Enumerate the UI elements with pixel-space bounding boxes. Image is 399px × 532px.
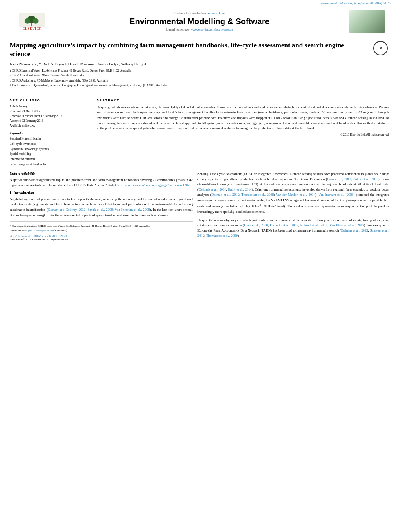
revised-date: Received in revised form 12 February 201…	[10, 114, 86, 119]
journal-cover-image	[349, 10, 385, 33]
history-title: Article history:	[10, 105, 86, 108]
ref-vanittersum[interactable]: Van Ittersum et al., 2008	[115, 207, 150, 212]
right-para1: Sensing, Life Cycle Assessment (LCA), or…	[197, 171, 389, 214]
header-box: ELSEVIER Contents lists available at Sci…	[6, 8, 393, 35]
email-note: E-mail address: javi.navarro@csiro.au (J…	[10, 228, 193, 233]
keyword-1: Sustainable intensification	[10, 136, 86, 142]
affiliations: a CSIRO Land and Water, EcoSciences Prec…	[10, 68, 389, 88]
ref-ciais2010[interactable]: Ciais et al., 2010	[327, 177, 351, 181]
corresponding-author-note: * Corresponding author. CSIRO Land and W…	[10, 224, 193, 228]
csiro-portal-link[interactable]: https://data.csiro.au/dap/landingpage?pi…	[117, 183, 191, 187]
data-availability-text: A spatial database of agricultural input…	[10, 177, 193, 188]
svg-point-4	[33, 18, 39, 23]
keyword-2: Life-cycle inventories	[10, 142, 86, 147]
ref-eady2014[interactable]: Eady et al., 2014	[228, 187, 252, 191]
keyword-4: Spatial modelling	[10, 152, 86, 157]
ref-dolman2012b[interactable]: Dolman et al., 2012	[341, 228, 368, 232]
journal-homepage-link[interactable]: www.elsevier.com/locate/envsoft	[191, 28, 233, 31]
doi-line: http://dx.doi.org/10.1016/j.envsoft.2016…	[10, 234, 193, 238]
copyright: © 2016 Elsevier Ltd. All rights reserved…	[97, 133, 389, 136]
abstract-text: Despite great advancements in recent yea…	[97, 105, 389, 131]
right-para2: Despite the noteworthy ways in which pas…	[197, 218, 389, 239]
affiliation-a: a CSIRO Land and Water, EcoSciences Prec…	[10, 68, 389, 73]
footnotes: * Corresponding author. CSIRO Land and W…	[10, 221, 193, 241]
contents-line: Contents lists available at ScienceDirec…	[54, 12, 345, 15]
accepted-date: Accepted 12 February 2016	[10, 119, 86, 123]
issn-line: 1364-8152/© 2016 Elsevier Ltd. All right…	[10, 238, 193, 241]
journal-homepage: journal homepage: www.elsevier.com/locat…	[54, 28, 345, 31]
intro-para1: As global agricultural production strive…	[10, 197, 193, 218]
keywords-block: Keywords: Sustainable intensification Li…	[10, 131, 86, 167]
affiliation-c: c CSIRO Agriculture, FD McMaster Laborat…	[10, 78, 389, 83]
ref-ciais2010b[interactable]: Ciais et al., 2010	[244, 223, 268, 227]
crossmark-circle: ✕	[373, 41, 388, 55]
journal-bar: Environmental Modelling & Software 80 (2…	[0, 0, 399, 6]
ref-vandermeulen[interactable]: Van der Meulen et al., 2014	[276, 193, 315, 197]
header-right	[345, 10, 389, 33]
ref-potter2010[interactable]: Potter et al., 2010	[353, 177, 378, 181]
abstract-label: ABSTRACT	[97, 99, 389, 102]
ref-ridoutt[interactable]: Ridoutt et al., 2014	[300, 223, 327, 227]
elsevier-logo: ELSEVIER	[18, 13, 46, 31]
ref-garnett[interactable]: Garnett and Godfray, 2012	[48, 207, 85, 212]
ref-thomassen2009b[interactable]: Thomassen et al., 2009	[206, 234, 238, 238]
ref-colomb2014[interactable]: Colomb et al., 2014	[199, 187, 226, 191]
ref-vanittersum2008[interactable]: Van Ittersum et al. (2008)	[318, 193, 354, 197]
authors: Javier Navarro a, d, *, Brett A. Bryan b…	[10, 62, 389, 66]
affiliation-d: d The University of Queensland, School o…	[10, 83, 389, 88]
affiliation-b: b CSIRO Land and Water, Waite Campus, SA…	[10, 73, 389, 78]
header-center: Contents lists available at ScienceDirec…	[54, 12, 345, 31]
page: Environmental Modelling & Software 80 (2…	[0, 0, 399, 532]
header-left: ELSEVIER	[10, 13, 54, 31]
article-info-label: ARTICLE INFO	[10, 99, 86, 102]
ref-folberth[interactable]: Folberth et al., 2012	[270, 223, 298, 227]
body-section: Data availability A spatial database of …	[0, 167, 399, 242]
article-title: Mapping agriculture's impact by combinin…	[10, 41, 389, 59]
svg-point-3	[25, 18, 31, 23]
ref-dolman2012[interactable]: Dolman et al., 2012	[212, 193, 239, 197]
keywords-title: Keywords:	[10, 131, 86, 135]
ref-thomassen2009[interactable]: Thomassen et al., 2009	[241, 193, 274, 197]
keyword-5: Information retrieval	[10, 157, 86, 162]
keyword-6: Farm management handbooks	[10, 162, 86, 167]
journal-citation: Environmental Modelling & Software 80 (2…	[320, 2, 391, 5]
abstract-column: ABSTRACT Despite great advancements in r…	[95, 99, 389, 167]
ref-smith[interactable]: Smith et al., 2008	[88, 207, 113, 212]
article-info-abstract: ARTICLE INFO Article history: Received 2…	[6, 95, 393, 167]
body-right-column: Sensing, Life Cycle Assessment (LCA), or…	[197, 171, 389, 242]
received-date: Received 23 March 2015	[10, 109, 86, 114]
journal-title: Environmental Modelling & Software	[54, 17, 345, 26]
email-link[interactable]: javi.navarro@csiro.au	[28, 229, 53, 232]
keyword-3: Agricultural knowledge systems	[10, 147, 86, 152]
article-history: Article history: Received 23 March 2015 …	[10, 105, 86, 128]
available-online: Available online xxx	[10, 123, 86, 128]
doi-link[interactable]: http://dx.doi.org/10.1016/j.envsoft.2016…	[10, 234, 67, 238]
crossmark-logo: ✕	[373, 41, 389, 57]
sciencedirect-link[interactable]: ScienceDirect	[208, 12, 226, 15]
introduction-heading: 1. Introduction	[10, 191, 193, 195]
elsevier-text: ELSEVIER	[23, 27, 42, 31]
article-section: Mapping agriculture's impact by combinin…	[0, 37, 399, 95]
article-info-column: ARTICLE INFO Article history: Received 2…	[10, 99, 90, 167]
ref-vanittersum2013[interactable]: Van Ittersum et al., 2013	[329, 223, 364, 227]
data-availability-heading: Data availability	[10, 171, 193, 175]
body-left-column: Data availability A spatial database of …	[10, 171, 193, 242]
